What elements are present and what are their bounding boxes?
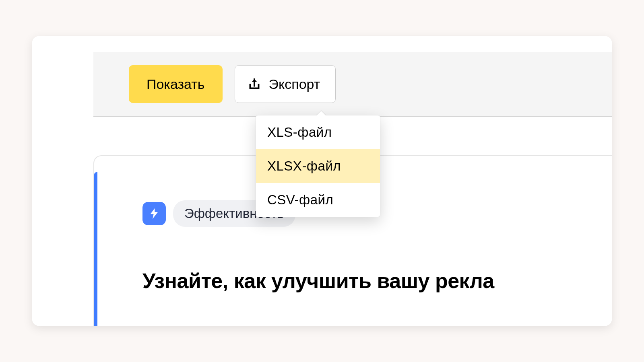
export-icon	[247, 77, 262, 91]
show-button[interactable]: Показать	[129, 65, 223, 103]
toolbar: Показать Экспорт	[93, 52, 612, 117]
export-option-xls[interactable]: XLS-файл	[256, 115, 380, 149]
export-dropdown: XLS-файл XLSX-файл CSV-файл	[256, 115, 380, 217]
panel-headline: Узнайте, как улучшить вашу рекла	[142, 269, 612, 293]
lightning-icon	[142, 202, 166, 225]
export-option-csv[interactable]: CSV-файл	[256, 183, 380, 217]
export-button[interactable]: Экспорт	[235, 65, 336, 103]
export-button-label: Экспорт	[269, 76, 320, 92]
screenshot-card: Показать Экспорт Эффективность Узнайте, …	[32, 36, 612, 326]
top-spacer	[93, 36, 612, 52]
left-margin	[32, 36, 93, 326]
export-option-xlsx[interactable]: XLSX-файл	[256, 149, 380, 183]
